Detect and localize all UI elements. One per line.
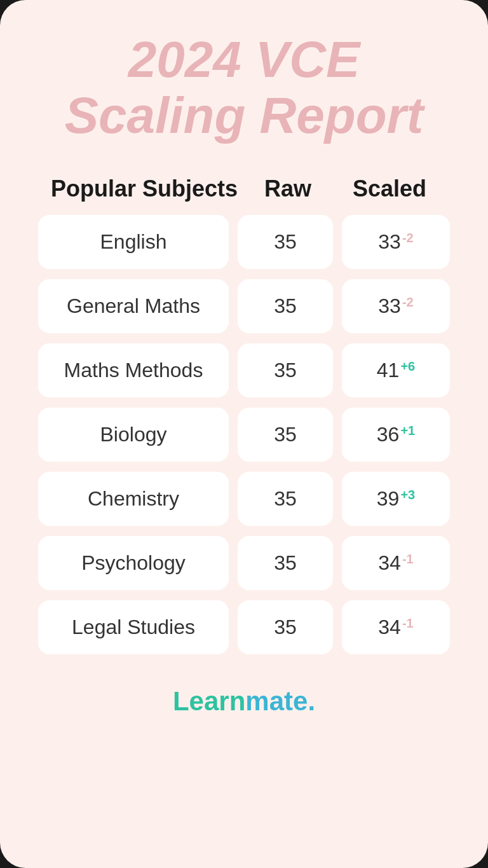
raw-cell-4: 35 (238, 472, 333, 526)
scaled-cell-5: 34-1 (342, 536, 450, 590)
subject-cell-3: Biology (38, 408, 229, 462)
logo-dot: . (308, 686, 315, 716)
scaled-number-3: 36 (377, 423, 400, 446)
logo-mate: mate (245, 686, 308, 716)
title-line1: 2024 VCE (128, 31, 360, 88)
raw-cell-3: 35 (238, 408, 333, 462)
delta-2: +6 (400, 360, 415, 373)
subject-cell-4: Chemistry (38, 472, 229, 526)
table-row: Chemistry3539+3 (38, 472, 450, 526)
header-subject: Popular Subjects (44, 176, 240, 202)
delta-6: -1 (402, 617, 414, 630)
scaled-cell-2: 41+6 (342, 343, 450, 397)
table-rows: English3533-2General Maths3533-2Maths Me… (38, 215, 450, 654)
report-title: 2024 VCE Scaling Report (65, 32, 424, 144)
scaled-number-2: 41 (377, 359, 400, 382)
table-header: Popular Subjects Raw Scaled (38, 176, 450, 202)
scaled-number-1: 33 (378, 294, 401, 318)
table-row: Psychology3534-1 (38, 536, 450, 590)
scaled-number-4: 39 (377, 487, 400, 511)
table-row: Biology3536+1 (38, 408, 450, 462)
scaled-number-5: 34 (378, 551, 401, 575)
subject-cell-5: Psychology (38, 536, 229, 590)
title-line2: Scaling Report (65, 87, 424, 144)
raw-cell-5: 35 (238, 536, 333, 590)
table-row: Maths Methods3541+6 (38, 343, 450, 397)
delta-5: -1 (402, 553, 414, 565)
scaled-cell-1: 33-2 (342, 279, 450, 333)
logo: Learnmate. (173, 686, 315, 717)
subject-cell-2: Maths Methods (38, 343, 229, 397)
delta-3: +1 (400, 424, 415, 437)
table-container: Popular Subjects Raw Scaled English3533-… (38, 176, 450, 654)
raw-cell-0: 35 (238, 215, 333, 269)
subject-cell-6: Legal Studies (38, 600, 229, 654)
scaled-cell-6: 34-1 (342, 600, 450, 654)
header-scaled: Scaled (336, 176, 444, 202)
header-raw: Raw (240, 176, 336, 202)
delta-0: -2 (402, 231, 414, 244)
scaled-cell-0: 33-2 (342, 215, 450, 269)
subject-cell-1: General Maths (38, 279, 229, 333)
table-row: English3533-2 (38, 215, 450, 269)
footer: Learnmate. (173, 686, 315, 717)
subject-cell-0: English (38, 215, 229, 269)
scaled-number-6: 34 (378, 616, 401, 639)
delta-1: -2 (402, 296, 414, 308)
table-row: General Maths3533-2 (38, 279, 450, 333)
delta-4: +3 (400, 488, 415, 501)
scaled-cell-3: 36+1 (342, 408, 450, 462)
raw-cell-1: 35 (238, 279, 333, 333)
logo-learn: Learn (173, 686, 245, 716)
scaled-cell-4: 39+3 (342, 472, 450, 526)
raw-cell-2: 35 (238, 343, 333, 397)
table-row: Legal Studies3534-1 (38, 600, 450, 654)
scaled-number-0: 33 (378, 230, 401, 254)
main-card: 2024 VCE Scaling Report Popular Subjects… (0, 0, 488, 868)
raw-cell-6: 35 (238, 600, 333, 654)
